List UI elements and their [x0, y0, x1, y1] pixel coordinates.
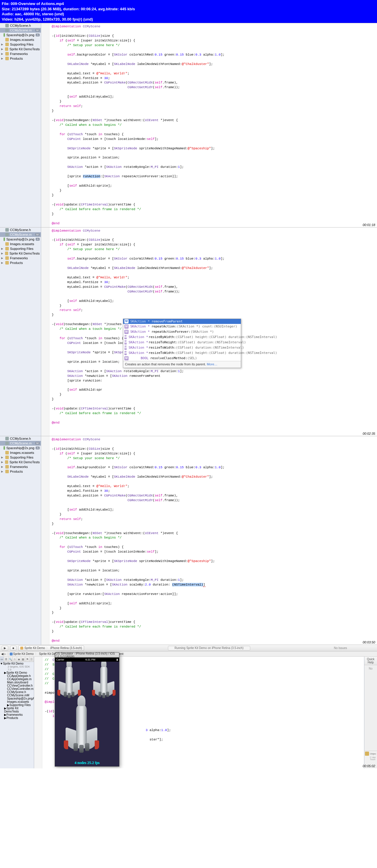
- sidebar: CCMyScene.hCCMyScene.mMSpaceship@2x.pngA…: [0, 23, 41, 227]
- sidebar-item[interactable]: Images.xcassets: [0, 242, 41, 246]
- nav-back-icon[interactable]: ◀: [1, 652, 3, 655]
- nav-item[interactable]: ▶Sprite Kit Demo: [0, 671, 34, 674]
- sidebar-item[interactable]: ▶Supporting Files: [0, 455, 41, 460]
- file-label: Frameworks: [10, 465, 28, 468]
- nav-root[interactable]: ▼Sprite Kit Demo: [0, 662, 34, 665]
- sidebar-item[interactable]: CCMyScene.mM: [0, 28, 41, 33]
- disclosure-triangle-icon[interactable]: ▶: [1, 461, 4, 464]
- nav-item[interactable]: Images.xcassets: [0, 700, 34, 703]
- sidebar-item[interactable]: ▶Frameworks: [0, 256, 41, 260]
- sidebar-item[interactable]: CCMyScene.mM: [0, 232, 41, 237]
- disclosure-triangle-icon[interactable]: ▶: [1, 470, 4, 473]
- log-nav-tab[interactable]: ☰: [30, 657, 34, 662]
- sidebar-item[interactable]: ▶Products: [0, 260, 41, 265]
- autocomplete-item[interactable]: MSKAction *repeatActionForever:(SKAction…: [123, 329, 241, 335]
- nav-item[interactable]: CCMyScene.mM: [0, 694, 34, 697]
- time-label: 6:21 PM: [85, 658, 95, 661]
- disclosure-triangle-icon[interactable]: ▶: [1, 57, 4, 60]
- test-nav-tab[interactable]: ◆: [17, 657, 21, 662]
- nav-item[interactable]: CCViewController.h: [0, 684, 34, 687]
- run-button[interactable]: ▶: [2, 646, 8, 650]
- symbol-nav-tab[interactable]: ≣: [4, 657, 8, 662]
- sidebar-item[interactable]: CCMyScene.h: [0, 227, 41, 232]
- sidebar-item[interactable]: Spaceship@2x.pngA: [0, 237, 41, 242]
- debug-nav-tab[interactable]: ▦: [21, 657, 25, 662]
- sidebar-item[interactable]: ▶Sprite Kit DemoTests: [0, 251, 41, 256]
- file-label: Images.xcassets: [10, 451, 34, 455]
- nav-fwd-icon[interactable]: ▶: [4, 652, 6, 655]
- disclosure-triangle-icon[interactable]: ▶: [1, 43, 4, 46]
- autocomplete-item[interactable]: MSKAction *removeFromParent: [123, 319, 241, 324]
- autocomplete-item[interactable]: MSKAction *resizeToWidth:(CGFloat) heigh…: [123, 350, 241, 356]
- disclosure-triangle-icon[interactable]: ▶: [4, 707, 6, 710]
- nav-item[interactable]: Main.storyboard: [0, 681, 34, 684]
- disclosure-triangle-icon[interactable]: ▶: [1, 261, 4, 264]
- code-editor[interactable]: @implementation CCMyScene -(id)initWithS…: [50, 227, 377, 436]
- stop-button[interactable]: ■: [10, 646, 17, 650]
- file-label: Spaceship@2x.png: [6, 33, 34, 37]
- autocomplete-item[interactable]: MSKAction *resizeByWidth:(CGFloat) heigh…: [123, 335, 241, 340]
- bp-nav-tab[interactable]: ⚑: [25, 657, 29, 662]
- autocomplete-item[interactable]: MBOOLresolveClassMethod:(SEL): [123, 356, 241, 361]
- sidebar-item[interactable]: ▶Products: [0, 469, 41, 474]
- ac-name: resizeToHeight:(CGFloat) duration:(NSTim…: [148, 340, 246, 345]
- disclosure-triangle-icon[interactable]: ▼: [0, 662, 3, 665]
- sidebar-item[interactable]: ▶Frameworks: [0, 464, 41, 469]
- scm-badge: M: [35, 233, 40, 236]
- issue-nav-tab[interactable]: ⚠: [12, 657, 17, 662]
- ac-type: SKAction *: [130, 324, 150, 329]
- nav-item[interactable]: CCViewController.m: [0, 687, 34, 690]
- disclosure-triangle-icon[interactable]: ▶: [1, 252, 4, 255]
- more-link[interactable]: More…: [207, 363, 217, 366]
- code-editor[interactable]: @implementation CCMyScene -(id)initWithS…: [50, 23, 377, 227]
- method-icon: M: [124, 340, 127, 344]
- no-selection: No: [365, 665, 377, 751]
- sim-screen[interactable]: 4 nodes 25.2 fps: [55, 662, 119, 766]
- sidebar-item[interactable]: Images.xcassets: [0, 37, 41, 42]
- autocomplete-item[interactable]: MSKAction *resizeToWidth:(CGFloat) durat…: [123, 345, 241, 350]
- sidebar-item[interactable]: ▶Sprite Kit DemoTests: [0, 460, 41, 464]
- media-info-header: File: 009-Overview of Actions.mp4 Size: …: [0, 0, 377, 23]
- sidebar-item[interactable]: CCMyScene.mM: [0, 441, 41, 445]
- disclosure-triangle-icon[interactable]: ▶: [1, 52, 4, 55]
- nav-item[interactable]: CCMyScene.h: [0, 690, 34, 694]
- sidebar-item[interactable]: Spaceship@2x.pngA: [0, 445, 41, 450]
- sidebar-item[interactable]: ▶Products: [0, 56, 41, 61]
- ios-simulator-window[interactable]: iOS Simulator - iPhone Retina (3.5-inch)…: [55, 653, 119, 767]
- sidebar-item[interactable]: ▶Frameworks: [0, 52, 41, 56]
- code-editor[interactable]: @implementation CCMyScene -(id)initWithS…: [50, 436, 377, 645]
- disclosure-triangle-icon[interactable]: ▶: [4, 716, 6, 719]
- autocomplete-item[interactable]: MSKAction *resizeToHeight:(CGFloat) dura…: [123, 340, 241, 345]
- disclosure-triangle-icon[interactable]: ▶: [1, 257, 4, 259]
- navigator-tabs[interactable]: ▭ ≣ 🔍 ⚠ ◆ ▦ ⚑ ☰: [0, 657, 34, 662]
- nav-item[interactable]: Spaceship@2x.pngA: [0, 697, 34, 700]
- scheme-selector[interactable]: Sprite Kit Demo 〉 iPhone Retina (3.5-inc…: [18, 646, 84, 651]
- disclosure-triangle-icon[interactable]: ▶: [7, 703, 9, 707]
- disclosure-triangle-icon[interactable]: ▶: [4, 713, 6, 716]
- disclosure-triangle-icon[interactable]: ▶: [1, 456, 4, 459]
- crumb-project[interactable]: Sprite Kit Demo: [10, 652, 34, 655]
- disclosure-triangle-icon[interactable]: ▶: [1, 465, 4, 468]
- search-nav-tab[interactable]: 🔍: [8, 657, 12, 662]
- sidebar-item[interactable]: ▶Sprite Kit DemoTests: [0, 47, 41, 52]
- autocomplete-item[interactable]: MSKAction *repeatAction:(SKAction *) cou…: [123, 324, 241, 329]
- nav-item[interactable]: ▶Products: [0, 716, 34, 719]
- autocomplete-popup[interactable]: MSKAction *removeFromParentMSKAction *re…: [123, 319, 241, 368]
- nav-item[interactable]: ▶Sprite Kit DemoTests: [0, 707, 34, 713]
- nav-item[interactable]: CCAppDelegate.h: [0, 674, 34, 678]
- disclosure-triangle-icon[interactable]: ▶: [1, 48, 4, 51]
- sidebar-item[interactable]: ▶Supporting Files: [0, 246, 41, 251]
- nav-item[interactable]: ▶Supporting Files: [0, 703, 34, 707]
- disclosure-triangle-icon[interactable]: ▶: [4, 671, 6, 674]
- sidebar-item[interactable]: CCMyScene.h: [0, 23, 41, 28]
- file-nav-tab[interactable]: ▭: [0, 657, 4, 662]
- nav-item[interactable]: ▶Frameworks: [0, 713, 34, 716]
- sidebar-item[interactable]: CCMyScene.h: [0, 436, 41, 441]
- sidebar-item[interactable]: Images.xcassets: [0, 450, 41, 455]
- disclosure-triangle-icon[interactable]: ▶: [1, 247, 4, 250]
- audio-line: Audio: aac, 48000 Hz, stereo (und): [2, 11, 375, 17]
- sidebar-item[interactable]: ▶Supporting Files: [0, 42, 41, 47]
- sidebar-item[interactable]: Spaceship@2x.pngA: [0, 33, 41, 37]
- nav-item[interactable]: CCAppDelegate.m: [0, 678, 34, 681]
- size-line: Size: 21347289 bytes (20.36 MiB), durati…: [2, 6, 375, 12]
